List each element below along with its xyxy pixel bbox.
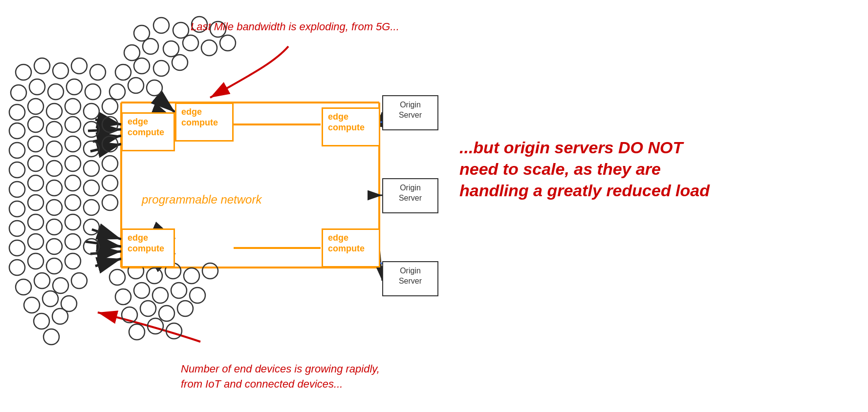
- svg-point-68: [28, 136, 43, 152]
- svg-point-44: [147, 80, 162, 96]
- origin-box-1: Origin Server: [382, 95, 438, 130]
- svg-point-45: [16, 64, 31, 80]
- svg-point-43: [128, 78, 144, 93]
- svg-point-123: [152, 288, 168, 303]
- svg-point-49: [90, 64, 106, 80]
- svg-point-28: [153, 18, 169, 33]
- svg-point-41: [172, 55, 188, 70]
- svg-point-61: [9, 123, 25, 139]
- svg-line-8: [88, 129, 121, 131]
- svg-point-74: [28, 156, 43, 171]
- svg-point-35: [183, 35, 198, 51]
- origin-box-2: Origin Server: [382, 178, 438, 213]
- svg-point-95: [84, 219, 99, 235]
- svg-point-33: [143, 39, 158, 54]
- svg-point-48: [71, 58, 87, 74]
- svg-point-46: [34, 58, 50, 74]
- svg-point-75: [46, 161, 62, 176]
- svg-point-82: [65, 175, 81, 191]
- svg-point-80: [28, 175, 43, 191]
- origin-box-3: Origin Server: [382, 261, 438, 296]
- svg-point-36: [201, 40, 217, 56]
- svg-point-107: [53, 278, 68, 293]
- svg-point-71: [84, 141, 99, 157]
- svg-point-47: [53, 63, 68, 79]
- svg-point-97: [28, 234, 43, 249]
- svg-point-57: [46, 103, 62, 119]
- diagram-container: edge compute edge compute edge compute e…: [0, 0, 868, 412]
- svg-point-58: [65, 99, 81, 114]
- svg-point-37: [220, 35, 236, 51]
- svg-point-77: [84, 161, 99, 176]
- svg-point-86: [28, 195, 43, 210]
- svg-point-50: [11, 85, 26, 101]
- edge-box-5: edge compute: [322, 228, 380, 268]
- svg-point-66: [102, 117, 118, 132]
- svg-point-92: [28, 214, 43, 230]
- svg-point-90: [102, 195, 118, 210]
- bottom-annotation: Number of end devices is growing rapidly…: [181, 347, 380, 391]
- svg-point-53: [66, 79, 82, 95]
- svg-point-102: [28, 253, 43, 269]
- svg-line-10: [90, 144, 121, 151]
- svg-point-84: [102, 175, 118, 191]
- svg-point-27: [134, 25, 150, 41]
- svg-point-113: [52, 309, 68, 324]
- svg-point-119: [184, 268, 199, 284]
- svg-point-56: [28, 99, 43, 114]
- svg-point-124: [171, 283, 187, 298]
- svg-point-39: [134, 58, 150, 74]
- svg-point-99: [65, 234, 81, 249]
- svg-point-54: [85, 84, 101, 100]
- svg-point-40: [153, 61, 169, 76]
- edge-box-3: edge compute: [322, 107, 380, 146]
- svg-point-132: [166, 323, 182, 339]
- svg-point-51: [29, 79, 45, 95]
- svg-point-122: [134, 283, 150, 298]
- edge-box-1: edge compute: [121, 112, 175, 151]
- svg-point-96: [9, 240, 25, 256]
- svg-point-83: [84, 180, 99, 196]
- svg-point-67: [9, 143, 25, 158]
- svg-point-91: [9, 221, 25, 236]
- svg-point-112: [34, 313, 49, 329]
- svg-point-34: [163, 41, 179, 57]
- svg-line-9: [93, 136, 121, 142]
- svg-point-69: [46, 141, 62, 157]
- svg-point-59: [84, 103, 99, 119]
- svg-point-103: [46, 258, 62, 274]
- network-label: programmable network: [142, 193, 261, 206]
- svg-point-109: [24, 297, 40, 313]
- svg-point-63: [46, 122, 62, 137]
- svg-line-13: [90, 251, 121, 254]
- svg-point-131: [148, 318, 163, 334]
- svg-point-88: [65, 195, 81, 210]
- svg-point-78: [102, 156, 118, 171]
- edge-box-4: edge compute: [121, 228, 175, 268]
- svg-line-7: [95, 120, 121, 124]
- svg-point-108: [71, 273, 87, 288]
- svg-point-85: [9, 201, 25, 217]
- svg-point-79: [9, 182, 25, 197]
- svg-point-87: [46, 200, 62, 215]
- svg-line-15: [166, 105, 175, 112]
- svg-point-111: [61, 296, 77, 311]
- svg-point-32: [124, 45, 140, 61]
- svg-point-114: [43, 329, 59, 345]
- svg-point-129: [177, 301, 193, 316]
- svg-point-65: [84, 122, 99, 137]
- svg-line-11: [92, 229, 121, 239]
- svg-point-98: [46, 239, 62, 254]
- svg-point-70: [65, 136, 81, 152]
- edge-box-2: edge compute: [175, 103, 234, 142]
- svg-point-105: [16, 279, 31, 295]
- svg-point-81: [46, 180, 62, 196]
- svg-point-100: [84, 239, 99, 254]
- svg-point-120: [202, 263, 218, 279]
- svg-point-126: [122, 307, 137, 323]
- svg-point-104: [65, 253, 81, 269]
- svg-point-101: [9, 260, 25, 275]
- svg-point-128: [159, 306, 174, 321]
- svg-point-94: [65, 214, 81, 230]
- svg-point-62: [28, 117, 43, 132]
